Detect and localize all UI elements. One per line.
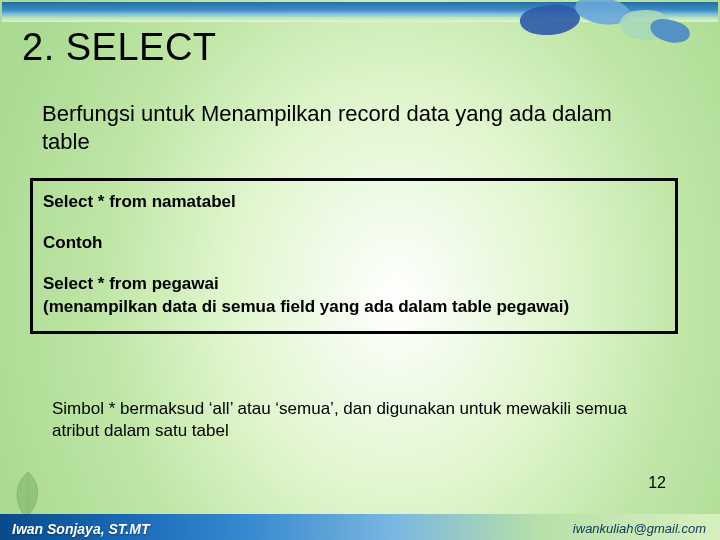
code-example-line: Select * from pegawai (43, 273, 665, 296)
leaf-decoration-icon (8, 470, 48, 520)
page-number: 12 (648, 474, 666, 492)
code-example-label: Contoh (43, 232, 665, 255)
footnote-text: Simbol * bermaksud ‘all’ atau ‘semua’, d… (52, 398, 660, 442)
description-text: Berfungsi untuk Menampilkan record data … (42, 100, 660, 155)
code-example-box: Select * from namatabel Contoh Select * … (30, 178, 678, 334)
footer-author: Iwan Sonjaya, ST.MT (12, 521, 149, 537)
top-gradient-bar (2, 2, 718, 22)
slide-title: 2. SELECT (22, 26, 217, 69)
footer-contact: iwankuliah@gmail.com (573, 521, 706, 536)
slide: 2. SELECT Berfungsi untuk Menampilkan re… (0, 0, 720, 540)
footer-bar: Iwan Sonjaya, ST.MT iwankuliah@gmail.com (0, 514, 720, 540)
code-syntax-line: Select * from namatabel (43, 191, 665, 214)
code-explanation-line: (menampilkan data di semua field yang ad… (43, 296, 665, 319)
